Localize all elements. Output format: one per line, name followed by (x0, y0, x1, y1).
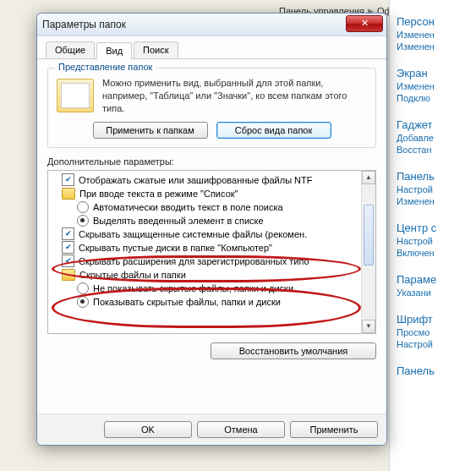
folder-options-dialog: Параметры папок ✕ Общие Вид Поиск Предст… (36, 13, 387, 446)
ok-button[interactable]: OK (104, 421, 192, 438)
tree-item-label: Скрывать расширения для зарегистрированн… (79, 256, 309, 266)
tab-search[interactable]: Поиск (134, 41, 178, 58)
checkbox[interactable] (62, 227, 74, 240)
control-panel-side: Персон Изменен Изменен Экран Изменен Под… (389, 0, 476, 471)
folder-icon (62, 188, 75, 200)
apply-button[interactable]: Применить (290, 421, 378, 438)
side-link[interactable]: Просмо (397, 327, 476, 337)
scrollbar[interactable]: ▲ ▼ (361, 171, 375, 333)
titlebar[interactable]: Параметры папок ✕ (37, 14, 386, 36)
radio-show-hidden[interactable] (77, 296, 89, 308)
group-title: Представление папок (55, 62, 156, 72)
tree-item-label: Автоматически вводить текст в поле поиск… (93, 202, 283, 212)
side-link[interactable]: Настрой (397, 339, 476, 349)
side-link[interactable]: Настрой (397, 236, 476, 246)
side-heading[interactable]: Экран (397, 67, 476, 79)
side-link[interactable]: Изменен (397, 41, 476, 52)
side-heading[interactable]: Центр с (397, 222, 476, 234)
tree-item-label: Показывать скрытые файлы, папки и диски (93, 297, 281, 307)
radio[interactable] (77, 215, 89, 227)
tree-item-label: Не показывать скрытые файлы, папки и дис… (93, 283, 293, 293)
advanced-settings-tree[interactable]: Отображать сжатые или зашифрованные файл… (47, 170, 376, 334)
folder-icon (57, 79, 94, 112)
close-icon: ✕ (361, 18, 369, 28)
tree-item-label: Скрывать защищенные системные файлы (рек… (79, 229, 307, 239)
folder-view-description: Можно применить вид, выбранный для этой … (102, 77, 367, 115)
side-link[interactable]: Изменен (397, 196, 476, 206)
scroll-up-button[interactable]: ▲ (362, 171, 375, 184)
checkbox-hide-extensions[interactable] (62, 255, 74, 267)
window-title: Параметры папок (42, 19, 126, 30)
cancel-button[interactable]: Отмена (197, 421, 285, 438)
checkbox[interactable] (62, 173, 74, 186)
side-heading[interactable]: Гаджет (397, 118, 476, 131)
tab-view[interactable]: Вид (96, 42, 132, 59)
restore-defaults-button[interactable]: Восстановить умолчания (211, 342, 376, 359)
radio-hide-hidden[interactable] (77, 282, 89, 294)
tree-item-label: Отображать сжатые или зашифрованные файл… (79, 175, 312, 185)
side-link[interactable]: Настрой (397, 184, 476, 194)
side-link[interactable]: Изменен (397, 81, 476, 91)
tab-general[interactable]: Общие (46, 41, 95, 58)
tree-item-label: Скрытые файлы и папки (79, 270, 186, 280)
dialog-button-row: OK Отмена Применить (37, 413, 386, 445)
scroll-thumb[interactable] (364, 205, 374, 266)
side-link[interactable]: Подклю (397, 93, 476, 103)
checkbox[interactable] (62, 241, 74, 254)
side-heading[interactable]: Панель (397, 364, 476, 377)
side-link[interactable]: Включен (397, 248, 476, 258)
side-link[interactable]: Добавле (397, 133, 476, 143)
side-heading[interactable]: Параме (397, 273, 476, 286)
reset-folders-button[interactable]: Сброс вида папок (216, 122, 331, 139)
close-button[interactable]: ✕ (346, 15, 383, 32)
scroll-down-button[interactable]: ▼ (362, 320, 375, 333)
tabs: Общие Вид Поиск (37, 36, 386, 59)
tree-item-label: Выделять введенный элемент в списке (93, 216, 264, 226)
side-link[interactable]: Указани (397, 288, 476, 298)
apply-to-folders-button[interactable]: Применить к папкам (93, 122, 208, 139)
folder-icon (62, 269, 75, 281)
folder-view-group: Представление папок Можно применить вид,… (47, 68, 376, 148)
side-heading[interactable]: Панель (397, 170, 476, 183)
advanced-settings-label: Дополнительные параметры: (47, 156, 376, 167)
side-heading[interactable]: Шрифт (397, 313, 476, 326)
tree-item-label: Скрывать пустые диски в папке "Компьютер… (79, 243, 272, 253)
side-link[interactable]: Восстан (397, 145, 476, 155)
tree-item-label: При вводе текста в режиме "Список" (79, 189, 238, 199)
tab-content: Представление папок Можно применить вид,… (37, 59, 386, 413)
side-heading[interactable]: Персон (397, 15, 476, 28)
radio[interactable] (77, 201, 89, 213)
side-link[interactable]: Изменен (397, 30, 476, 40)
